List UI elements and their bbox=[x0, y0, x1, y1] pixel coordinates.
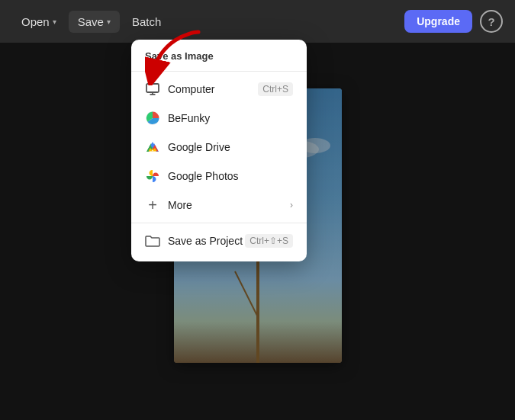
help-button[interactable]: ? bbox=[480, 10, 503, 33]
menu-item-befunky[interactable]: BeFunky bbox=[131, 104, 307, 133]
open-label: Open bbox=[21, 15, 50, 28]
google-drive-icon bbox=[145, 139, 160, 155]
topbar-right: Upgrade ? bbox=[404, 10, 503, 33]
befunky-icon bbox=[145, 111, 160, 126]
help-label: ? bbox=[488, 15, 494, 28]
menu-item-save-project[interactable]: Save as Project Ctrl+⇧+S bbox=[131, 226, 307, 255]
menu-item-google-photos[interactable]: Google Photos bbox=[131, 162, 307, 191]
menu-item-gdrive-label: Google Drive bbox=[168, 141, 230, 153]
dropdown-header: Save as Image bbox=[131, 46, 307, 68]
menu-item-computer-left: Computer bbox=[145, 82, 214, 97]
save-dropdown-menu: Save as Image Computer Ctrl+S bbox=[131, 40, 307, 261]
upgrade-label: Upgrade bbox=[417, 15, 460, 27]
more-chevron-icon: › bbox=[290, 200, 293, 210]
menu-item-computer[interactable]: Computer Ctrl+S bbox=[131, 75, 307, 104]
computer-shortcut: Ctrl+S bbox=[258, 82, 293, 96]
open-button[interactable]: Open ▾ bbox=[12, 11, 66, 33]
menu-item-more-label: More bbox=[168, 199, 192, 211]
folder-icon bbox=[145, 233, 160, 248]
menu-item-gdrive-left: Google Drive bbox=[145, 139, 230, 155]
save-label: Save bbox=[78, 15, 104, 28]
menu-item-more-left: + More bbox=[145, 197, 192, 213]
menu-item-google-drive[interactable]: Google Drive bbox=[131, 133, 307, 162]
menu-divider-top bbox=[131, 71, 307, 72]
batch-label: Batch bbox=[132, 15, 161, 28]
menu-item-gphotos-left: Google Photos bbox=[145, 168, 239, 184]
menu-item-computer-label: Computer bbox=[168, 83, 214, 95]
topbar: Open ▾ Save ▾ Batch Upgrade ? bbox=[0, 0, 515, 43]
google-photos-icon bbox=[145, 168, 160, 184]
open-chevron-icon: ▾ bbox=[53, 18, 56, 26]
menu-item-gphotos-label: Google Photos bbox=[168, 170, 239, 182]
menu-item-project-left: Save as Project bbox=[145, 233, 243, 248]
monitor-icon bbox=[145, 82, 160, 97]
topbar-left: Open ▾ Save ▾ Batch bbox=[12, 11, 170, 33]
menu-divider-bottom bbox=[131, 223, 307, 223]
menu-item-more[interactable]: + More › bbox=[131, 191, 307, 220]
upgrade-button[interactable]: Upgrade bbox=[404, 10, 472, 33]
menu-item-befunky-left: BeFunky bbox=[145, 111, 210, 126]
batch-button[interactable]: Batch bbox=[123, 11, 170, 33]
menu-item-befunky-label: BeFunky bbox=[168, 112, 210, 124]
svg-rect-0 bbox=[146, 84, 159, 92]
save-chevron-icon: ▾ bbox=[107, 18, 111, 26]
project-shortcut: Ctrl+⇧+S bbox=[245, 234, 293, 248]
save-button[interactable]: Save ▾ bbox=[69, 11, 120, 33]
menu-item-project-label: Save as Project bbox=[168, 235, 243, 247]
plus-icon: + bbox=[145, 197, 160, 213]
